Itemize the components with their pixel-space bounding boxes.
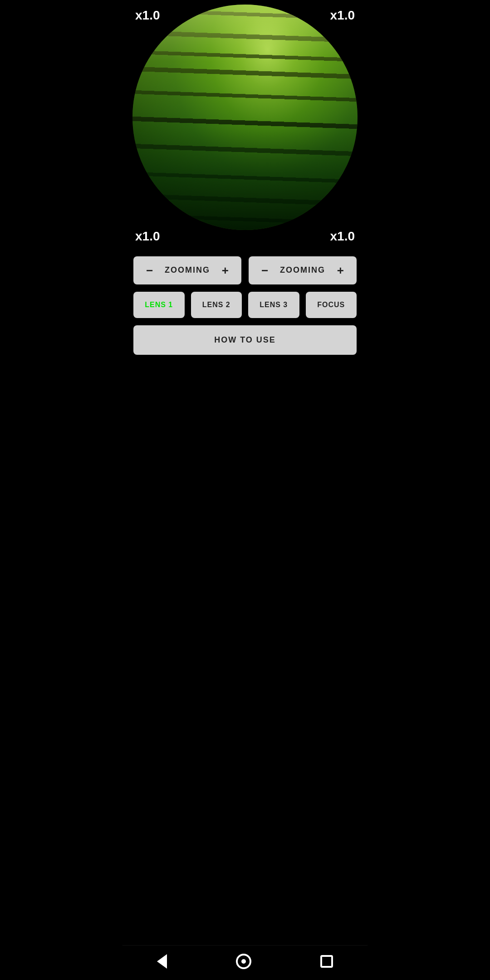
zoom-row: − ZOOMING + − ZOOMING + xyxy=(133,256,357,284)
zoom-left-minus-button[interactable]: − xyxy=(142,265,157,276)
zoom-right-plus-button[interactable]: + xyxy=(333,265,348,276)
forest-scene xyxy=(132,5,358,230)
how-to-use-button[interactable]: HOW TO USE xyxy=(133,325,357,355)
zoom-top-right: x1.0 xyxy=(330,8,355,23)
zoom-bottom-right: x1.0 xyxy=(330,229,355,244)
bottom-spacer xyxy=(122,359,368,400)
lens-row: LENS 1 LENS 2 LENS 3 FOCUS xyxy=(133,292,357,318)
zoom-right-label: ZOOMING xyxy=(280,265,325,275)
lens3-button[interactable]: LENS 3 xyxy=(248,292,299,318)
zoom-bottom-left: x1.0 xyxy=(135,229,160,244)
zoom-top-left: x1.0 xyxy=(135,8,160,23)
lens1-button[interactable]: LENS 1 xyxy=(133,292,185,318)
zoom-left-label: ZOOMING xyxy=(165,265,210,275)
zoom-right-minus-button[interactable]: − xyxy=(258,265,272,276)
controls-section: − ZOOMING + − ZOOMING + LENS 1 LENS 2 LE… xyxy=(122,247,368,359)
zoom-control-left[interactable]: − ZOOMING + xyxy=(133,256,241,284)
zoom-control-right[interactable]: − ZOOMING + xyxy=(249,256,357,284)
lens2-button[interactable]: LENS 2 xyxy=(191,292,242,318)
zoom-left-plus-button[interactable]: + xyxy=(218,265,232,276)
binocular-view xyxy=(132,5,358,230)
focus-button[interactable]: FOCUS xyxy=(306,292,357,318)
zoom-labels-top: x1.0 x1.0 xyxy=(122,5,368,26)
viewport-container: x1.0 x1.0 x1.0 x1.0 xyxy=(122,0,368,247)
